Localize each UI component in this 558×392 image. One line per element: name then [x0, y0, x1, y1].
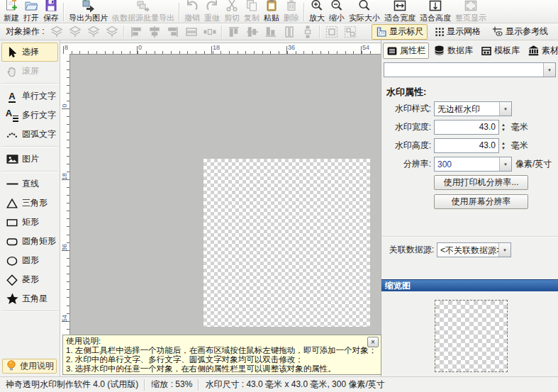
object-selector-combobox[interactable]: ▼	[384, 62, 556, 77]
triangle-icon	[6, 197, 18, 210]
open-button[interactable]: 打开	[21, 0, 41, 23]
tool-star[interactable]: 五角星	[1, 289, 58, 308]
data-source-dropdown[interactable]: <不关联数据源> ▼	[437, 242, 511, 257]
tool-circle[interactable]: 圆形	[1, 251, 58, 270]
chevron-down-icon[interactable]: ▼	[543, 63, 555, 77]
data-source-row: 关联数据源: <不关联数据源> ▼	[381, 242, 558, 257]
redo-button: 重做	[202, 0, 222, 23]
show-guides-toggle[interactable]: 显示参考线	[488, 24, 552, 40]
spin-up-icon[interactable]: ▲	[499, 123, 508, 128]
tool-diamond[interactable]: 菱形	[1, 270, 58, 289]
help-line-1: 1. 左侧工具栏中选择一个功能后，在画布区域按住鼠标左键拖动，即可添加一个对象；	[66, 346, 378, 355]
fit-width-label: 适合宽度	[384, 13, 415, 23]
align-center-h-button	[145, 24, 164, 39]
space-v-button	[298, 24, 317, 39]
tool-line[interactable]: 直线	[1, 174, 58, 194]
export-image-button[interactable]: 导出为图片	[67, 0, 110, 23]
watermark-height-input[interactable]: 43.0 ▲▼	[434, 138, 508, 153]
watermark-height-value[interactable]: 43.0	[434, 138, 499, 153]
tab-templates[interactable]: 模板库	[477, 43, 523, 59]
tab-database[interactable]: 数据库	[430, 43, 476, 59]
fit-width-button[interactable]: 适合宽度	[382, 0, 418, 23]
status-app-name: 神奇透明水印制作软件 4.0 (试用版)	[0, 379, 144, 391]
rounded-rectangle-icon	[6, 235, 18, 248]
canvas[interactable]	[70, 54, 381, 375]
toolbar-separator	[179, 3, 180, 21]
tool-rounded-rectangle[interactable]: 圆角矩形	[1, 232, 58, 251]
show-guides-label: 显示参考线	[506, 26, 548, 38]
paste-button[interactable]: 粘贴	[262, 0, 281, 23]
zoom-out-icon	[330, 0, 344, 13]
tool-select[interactable]: 选择	[1, 43, 58, 62]
diamond-icon	[6, 274, 18, 286]
line-icon	[6, 177, 19, 191]
panel-divider	[381, 236, 558, 237]
thumbnail-section-header: 缩览图	[381, 279, 558, 291]
group-button	[323, 24, 341, 39]
group-icon	[325, 25, 339, 39]
tab-database-label: 数据库	[447, 45, 473, 57]
fit-height-icon	[428, 0, 442, 13]
close-icon[interactable]: ×	[367, 337, 379, 347]
save-button[interactable]: 保存	[41, 0, 61, 23]
resolution-value[interactable]: 300	[435, 157, 499, 171]
use-screen-resolution-button[interactable]: 使用屏幕分辨率	[434, 194, 528, 209]
tool-multi-line-text-label: 多行文字	[22, 109, 56, 121]
show-ruler-icon	[376, 26, 387, 38]
resolution-unit: 像素/英寸	[515, 158, 552, 170]
tool-arc-text[interactable]: 圆弧文字	[1, 125, 58, 144]
tool-rectangle[interactable]: 矩形	[1, 213, 58, 232]
show-grid-label: 显示网格	[447, 26, 481, 38]
align-left-button	[127, 24, 145, 39]
spin-down-icon[interactable]: ▼	[499, 146, 508, 151]
undo-icon	[185, 0, 199, 13]
resolution-combobox[interactable]: 300 ▼	[434, 157, 512, 172]
chevron-down-icon[interactable]: ▼	[498, 243, 510, 257]
v-ruler-label: 36	[61, 241, 68, 254]
watermark-style-value: 无边框水印	[435, 102, 499, 116]
tool-select-label: 选择	[22, 46, 39, 58]
watermark-properties-title: 水印属性:	[386, 86, 426, 99]
same-size-v-icon	[282, 25, 296, 39]
zoom-out-button[interactable]: 缩小	[327, 0, 347, 23]
new-button[interactable]: 新建	[1, 0, 21, 23]
usage-instructions-panel: 使用说明: 1. 左侧工具栏中选择一个功能后，在画布区域按住鼠标左键拖动，即可添…	[62, 335, 381, 375]
spin-up-icon[interactable]: ▲	[499, 141, 508, 146]
layer-front-button	[48, 24, 66, 39]
copy-label: 复制	[244, 13, 260, 23]
spin-down-icon[interactable]: ▼	[499, 128, 508, 133]
actual-size-button[interactable]: 实际大小	[347, 0, 382, 23]
tab-materials[interactable]: 素材库	[524, 43, 558, 59]
same-size-h-button	[182, 24, 201, 39]
usage-help-button[interactable]: 使用说明	[2, 359, 57, 374]
chevron-down-icon[interactable]: ▼	[499, 157, 511, 171]
image-icon	[6, 152, 19, 166]
tool-image[interactable]: 图片	[1, 150, 58, 169]
tab-properties[interactable]: 属性栏	[383, 43, 429, 59]
watermark-height-stepper[interactable]: ▲▼	[499, 138, 508, 153]
tool-triangle[interactable]: 三角形	[1, 194, 58, 213]
tool-multi-line-text[interactable]: A多行文字	[1, 106, 58, 125]
tool-diamond-label: 菱形	[22, 274, 39, 286]
watermark-width-stepper[interactable]: ▲▼	[499, 120, 508, 135]
undo-button: 撤销	[182, 0, 202, 23]
tab-properties-label: 属性栏	[400, 45, 425, 57]
watermark-width-value[interactable]: 43.0	[434, 120, 499, 135]
tool-line-label: 直线	[22, 178, 39, 190]
zoom-in-label: 放大	[309, 13, 325, 23]
use-printer-resolution-button[interactable]: 使用打印机分辨率...	[434, 175, 528, 190]
watermark-width-input[interactable]: 43.0 ▲▼	[434, 120, 508, 135]
chevron-down-icon[interactable]: ▼	[499, 102, 511, 116]
fit-height-button[interactable]: 适合高度	[418, 0, 453, 23]
text-single-icon: A	[9, 91, 15, 101]
watermark-transparent-area[interactable]	[203, 159, 370, 327]
full-page-button: 整页显示	[453, 0, 489, 23]
save-icon	[44, 0, 58, 13]
show-ruler-toggle[interactable]: 显示标尺	[372, 24, 428, 40]
watermark-style-dropdown[interactable]: 无边框水印 ▼	[434, 101, 512, 116]
horizontal-ruler: 80183654	[60, 43, 381, 55]
zoom-in-button[interactable]: 放大	[307, 0, 327, 23]
show-grid-toggle[interactable]: 显示网格	[430, 24, 485, 40]
tool-single-line-text[interactable]: A单行文字	[1, 86, 58, 106]
fit-height-label: 适合高度	[420, 13, 451, 23]
